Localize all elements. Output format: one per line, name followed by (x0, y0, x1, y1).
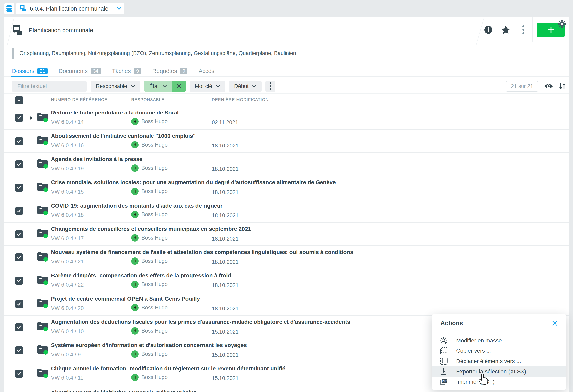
dossier-row[interactable]: Nouveau système de financement de l'asil… (4, 246, 569, 269)
dossier-title: Crise mondiale, solutions locales: pour … (51, 179, 336, 186)
filter-label: Début (234, 83, 249, 89)
sort-button[interactable] (559, 82, 566, 90)
menu-item-export[interactable]: Exporter la sélection (XLSX) (432, 366, 566, 377)
org-chart-icon (12, 24, 23, 36)
row-checkbox[interactable] (15, 370, 23, 378)
export-icon (440, 367, 448, 376)
responsable-name: Boss Hugo (141, 188, 168, 195)
avatar: H (131, 327, 139, 335)
dossier-row[interactable]: Réduire le trafic pendulaire à la douane… (4, 106, 569, 130)
row-checkbox[interactable] (15, 137, 23, 145)
page-title: Planification communale (29, 27, 93, 34)
favorite-button[interactable] (498, 22, 514, 37)
dossier-title: Aboutissement de l'initiative cantonale … (51, 133, 196, 139)
status-dot (43, 234, 48, 238)
tab-requêtes[interactable]: Requêtes 0 (152, 65, 187, 77)
filter-button[interactable]: Mot clé (190, 81, 225, 92)
dossier-modified-date: 15.10.2021 (212, 329, 239, 335)
avatar: H (131, 304, 139, 311)
row-checkbox[interactable] (15, 160, 23, 168)
responsable-name: Boss Hugo (141, 328, 168, 334)
dossier-row[interactable]: Barème d'impôts: compensation des effets… (4, 269, 569, 292)
more-options-button[interactable] (516, 22, 531, 37)
dossier-row[interactable]: Crise mondiale, solutions locales: pour … (4, 176, 569, 199)
dossier-title: Projet de centre commercial OPEN à Saint… (51, 296, 200, 302)
dossier-responsable: H Boss Hugo (131, 141, 168, 148)
dossier-reference: VW 6.0.4 / 22 (51, 282, 84, 288)
row-checkbox[interactable] (15, 207, 23, 215)
row-checkbox[interactable] (15, 230, 23, 238)
dossier-row[interactable]: Projet de centre commercial OPEN à Saint… (4, 292, 569, 316)
workspace-button[interactable] (4, 3, 14, 14)
dossier-row[interactable]: Changements de conseillères et conseille… (4, 223, 569, 246)
check-icon (17, 232, 21, 236)
filter-button[interactable]: Responsable (91, 81, 140, 92)
row-checkbox[interactable] (15, 323, 23, 331)
row-checkbox[interactable] (15, 277, 23, 285)
indeterminate-icon (17, 98, 21, 102)
filter-button[interactable]: État (144, 81, 172, 92)
menu-item-bulk-edit[interactable]: Modifier en masse (432, 335, 566, 346)
actions-popup-title: Actions (440, 320, 463, 327)
filter-button[interactable]: Début (229, 81, 262, 92)
column-header-modified: DERNIÈRE MODIFICATION (212, 97, 269, 102)
filter-clear-button[interactable] (172, 81, 186, 92)
info-button[interactable] (481, 22, 496, 37)
select-all-checkbox[interactable] (15, 96, 23, 104)
table-header: NUMÉRO DE RÉFÉRENCE RESPONSABLE DERNIÈRE… (4, 94, 569, 106)
tab-tâches[interactable]: Tâches 9 (112, 65, 141, 77)
menu-item-move[interactable]: Déplacer éléments vers ... (432, 356, 566, 366)
menu-item-copy[interactable]: Copier vers ... (432, 346, 566, 356)
check-icon (17, 209, 21, 213)
dossier-row[interactable]: COVID-19: augmentation des montants d'ai… (4, 199, 569, 223)
tab-count-badge: 21 (37, 68, 48, 74)
org-chart-icon (20, 5, 27, 12)
row-checkbox[interactable] (15, 114, 23, 122)
more-filters-button[interactable] (266, 81, 275, 92)
settings-button[interactable] (558, 20, 567, 28)
chevron-down-icon[interactable] (114, 3, 124, 14)
close-button[interactable] (552, 320, 559, 327)
dossier-row[interactable]: Aboutissement de l'initiative cantonale … (4, 130, 569, 153)
dossier-reference: VW 6.0.4 / 16 (51, 142, 84, 148)
dossier-reference: VW 6.0.4 / 9 (51, 352, 81, 358)
expand-arrow-icon[interactable] (29, 116, 33, 121)
check-icon (17, 302, 21, 306)
avatar: H (131, 374, 139, 381)
column-header-responsable: RESPONSABLE (131, 97, 164, 102)
dossier-modified-date: 18.10.2021 (212, 259, 239, 265)
dossier-modified-date: 18.10.2021 (212, 189, 239, 196)
text-filter-input[interactable] (12, 81, 87, 92)
session-tab[interactable]: 6.0.4. Planification communale (16, 3, 124, 14)
row-checkbox[interactable] (15, 184, 23, 192)
row-checkbox[interactable] (15, 253, 23, 261)
dossier-row[interactable]: Agenda des invitations à la presse VW 6.… (4, 153, 569, 176)
header-separator (532, 17, 533, 42)
eye-icon (544, 83, 553, 89)
header-separator (497, 17, 498, 42)
star-icon (501, 25, 511, 34)
tab-dossiers[interactable]: Dossiers 21 (12, 65, 48, 77)
menu-item-print-pdf[interactable]: PDF Imprimer (PDF) (432, 377, 566, 387)
filter-bar: Responsable État Mot clé Début (4, 81, 569, 92)
dossier-reference: VW 6.0.4 / 10 (51, 328, 84, 335)
avatar: H (131, 281, 139, 288)
tab-accès[interactable]: Accès (199, 65, 214, 77)
dossier-folder-icon (37, 368, 49, 378)
dossier-reference: VW 6.0.4 / 18 (51, 212, 84, 218)
preview-button[interactable] (544, 83, 553, 89)
row-checkbox[interactable] (15, 346, 23, 355)
tab-label: Dossiers (12, 68, 35, 74)
sort-arrows-icon (559, 82, 566, 90)
avatar: H (131, 141, 139, 148)
check-icon (17, 278, 21, 283)
dossier-modified-date: 18.10.2021 (212, 213, 239, 219)
dossier-folder-icon (37, 135, 49, 145)
responsable-name: Boss Hugo (141, 374, 168, 380)
status-dot (43, 257, 48, 262)
chevron-down-icon (131, 85, 135, 88)
tab-documents[interactable]: Documents 34 (59, 65, 101, 77)
row-checkbox[interactable] (15, 300, 23, 308)
dossier-folder-icon (37, 344, 49, 355)
tab-label: Accès (199, 68, 214, 74)
